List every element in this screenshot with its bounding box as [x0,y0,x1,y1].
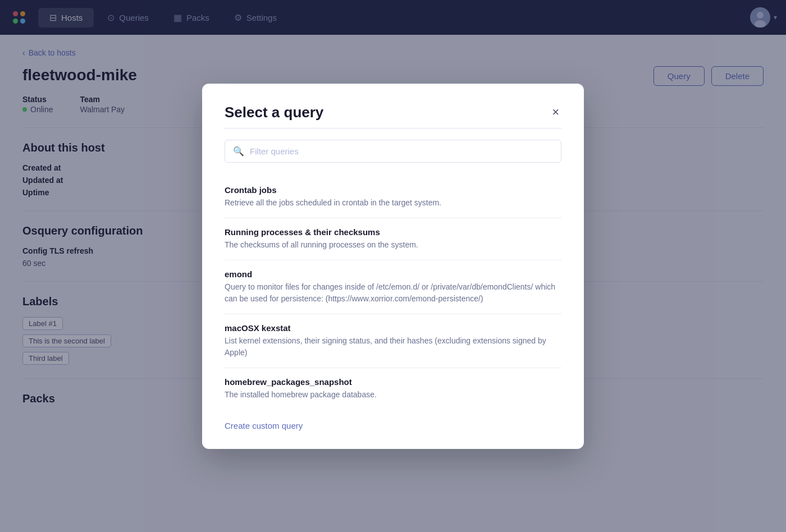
query-item-homebrew[interactable]: homebrew_packages_snapshot The installed… [225,368,561,410]
modal-overlay: Select a query × 🔍 Crontab jobs Retrieve… [0,0,786,532]
search-box: 🔍 [225,140,561,163]
query-item-crontab[interactable]: Crontab jobs Retrieve all the jobs sched… [225,176,561,218]
query-name-running-processes: Running processes & their checksums [225,227,561,237]
query-desc-homebrew: The installed homebrew package database. [225,389,561,401]
query-name-crontab: Crontab jobs [225,185,561,195]
modal-footer: Create custom query [225,419,561,431]
search-icon: 🔍 [233,146,244,157]
query-desc-running-processes: The checksums of all running processes o… [225,239,561,251]
create-custom-query-link[interactable]: Create custom query [225,421,303,430]
query-name-macosx-kexstat: macOSX kexstat [225,323,561,333]
query-list: Crontab jobs Retrieve all the jobs sched… [225,176,561,410]
query-item-emond[interactable]: emond Query to monitor files for changes… [225,260,561,314]
query-name-emond: emond [225,269,561,279]
select-query-modal: Select a query × 🔍 Crontab jobs Retrieve… [202,84,584,449]
query-name-homebrew: homebrew_packages_snapshot [225,377,561,387]
query-search-input[interactable] [250,146,553,156]
query-desc-macosx-kexstat: List kernel extensions, their signing st… [225,335,561,359]
query-desc-emond: Query to monitor files for changes insid… [225,281,561,305]
query-item-macosx-kexstat[interactable]: macOSX kexstat List kernel extensions, t… [225,314,561,368]
query-desc-crontab: Retrieve all the jobs scheduled in cront… [225,197,561,209]
query-item-running-processes[interactable]: Running processes & their checksums The … [225,218,561,260]
modal-title: Select a query [225,104,323,121]
modal-close-button[interactable]: × [550,104,561,121]
modal-divider [225,128,561,129]
modal-header: Select a query × [225,104,561,121]
